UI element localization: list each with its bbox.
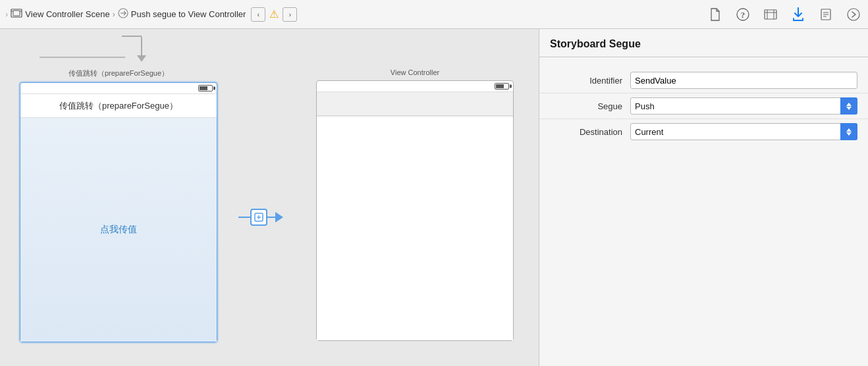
segue-line-right — [267, 217, 275, 218]
scenes-wrapper: 传值跳转（prepareForSegue） 传值跳转（prepareForSeg… — [0, 29, 539, 366]
warning-icon: ⚠ — [269, 8, 279, 20]
scene-label[interactable]: View Controller Scene — [25, 9, 109, 19]
second-nav-bar — [317, 92, 513, 116]
toolbar-right: ? — [706, 5, 863, 24]
right-panel: Storyboard Segue Identifier Segue Push M… — [539, 29, 868, 366]
second-scene: View Controller — [316, 68, 514, 341]
first-scene-label: 传值跳转（prepareForSegue） — [68, 68, 169, 78]
destination-select-wrapper: Current Main None — [630, 123, 857, 140]
transfer-button[interactable]: 点我传值 — [100, 224, 137, 236]
entry-arrow — [122, 36, 161, 62]
battery-icon — [198, 85, 213, 92]
segue-line-left — [238, 217, 250, 218]
segue-row: Segue Push Modal Popover Custom — [539, 93, 868, 119]
svg-rect-1 — [13, 11, 20, 16]
destination-select[interactable]: Current Main None — [630, 123, 857, 140]
toolbar: › View Controller Scene › Push segue to … — [0, 0, 868, 29]
breadcrumb-leading-chevron: › — [5, 9, 8, 19]
identifier-input[interactable] — [630, 72, 857, 89]
download-icon-button[interactable] — [789, 5, 807, 24]
breadcrumb: › View Controller Scene › Push segue to … — [5, 7, 706, 22]
nav-back-button[interactable]: ‹ — [251, 7, 265, 22]
destination-label: Destination — [550, 127, 622, 137]
nav-forward-button[interactable]: › — [283, 7, 297, 22]
identifier-value-wrapper — [630, 72, 857, 89]
second-battery-icon — [495, 83, 509, 90]
panel-body: Identifier Segue Push Modal Popover Cust… — [539, 57, 868, 155]
list-icon-button[interactable] — [817, 5, 835, 24]
segue-label[interactable]: Push segue to View Controller — [131, 9, 246, 19]
first-phone-frame[interactable]: 传值跳转（prepareForSegue） 点我传值 — [20, 82, 217, 342]
canvas-area: 传值跳转（prepareForSegue） 传值跳转（prepareForSeg… — [0, 29, 539, 366]
segue-box-icon — [250, 209, 267, 226]
panel-header: Storyboard Segue — [539, 29, 868, 57]
panel-title: Storyboard Segue — [550, 38, 857, 50]
file-icon-button[interactable] — [706, 5, 724, 24]
second-phone-frame[interactable] — [316, 80, 514, 341]
first-status-bar — [20, 83, 217, 94]
down-line — [141, 37, 142, 55]
second-scene-label: View Controller — [391, 68, 439, 76]
arrow-icon-button[interactable] — [844, 5, 863, 24]
segue-select-wrapper: Push Modal Popover Custom — [630, 97, 857, 115]
second-phone-content[interactable] — [317, 117, 513, 340]
identifier-label: Identifier — [550, 76, 622, 86]
second-status-bar — [317, 81, 513, 92]
segue-arrow — [238, 209, 283, 226]
nav-arrows: ‹ ⚠ › — [251, 7, 297, 22]
segue-select[interactable]: Push Modal Popover Custom — [630, 97, 857, 115]
identifier-row: Identifier — [539, 68, 868, 93]
first-nav-title: 传值跳转（prepareForSegue） — [59, 100, 178, 112]
down-arrow-head — [137, 55, 146, 62]
help-icon-button[interactable]: ? — [734, 5, 752, 24]
breadcrumb-arrow-1: › — [113, 10, 115, 19]
svg-point-16 — [848, 9, 859, 20]
svg-rect-8 — [765, 10, 776, 19]
svg-text:?: ? — [741, 10, 746, 20]
main-content: 传值跳转（prepareForSegue） 传值跳转（prepareForSeg… — [0, 29, 868, 366]
grid-icon-button[interactable] — [761, 5, 780, 24]
segue-arrow-head — [275, 212, 283, 222]
segue-circle-icon — [118, 8, 128, 20]
segue-select-container: Push Modal Popover Custom — [630, 97, 857, 115]
first-phone-content[interactable]: 点我传值 — [20, 118, 217, 342]
entry-curve — [40, 47, 125, 70]
storyboard-icon — [11, 9, 22, 20]
first-scene: 传值跳转（prepareForSegue） 传值跳转（prepareForSeg… — [20, 68, 217, 342]
destination-row: Destination Current Main None — [539, 119, 868, 144]
destination-select-container: Current Main None — [630, 123, 857, 140]
first-nav-bar: 传值跳转（prepareForSegue） — [20, 94, 217, 118]
segue-label: Segue — [550, 101, 622, 111]
